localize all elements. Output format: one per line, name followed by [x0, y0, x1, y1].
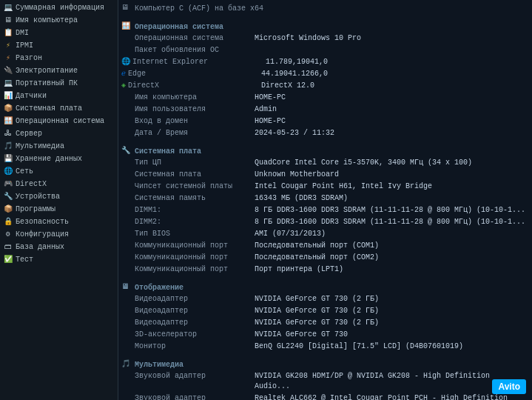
label-dimm2: DIMM2: [121, 217, 255, 227]
row-dimm1: DIMM1: 8 ГБ DDR3-1600 DDR3 SDRAM (11-11-… [121, 204, 529, 216]
sidebar-item-dmi[interactable]: 📋 DMI [0, 27, 118, 39]
value-lpt1: Порт принтера (LPT1) [255, 264, 529, 275]
row-username: Имя пользователя Admin [121, 104, 529, 116]
value-3d: NVIDIA GeForce GT 730 [255, 330, 529, 340]
security-icon: 🔒 [3, 217, 13, 227]
value-chipset: Intel Cougar Point H61, Intel Ivy Bridge [255, 181, 529, 192]
label-ie: Internet Explorer [132, 57, 266, 67]
label-directx-row: DirectX [128, 81, 261, 91]
server-icon: 🖧 [3, 129, 13, 139]
computer-icon: 🖥 [3, 16, 13, 26]
content-area: 🖥 Компьютер C (ACF) на базе x64 🪟 Операц… [118, 0, 532, 400]
sidebar-item-power[interactable]: 🔌 Электропитание [0, 64, 118, 77]
label-gpu3: Видеоадаптер [121, 318, 255, 328]
row-dimm2: DIMM2: 8 ГБ DDR3-1600 DDR3 SDRAM (11-11-… [121, 216, 529, 228]
sidebar-item-overclock[interactable]: ⚡ Разгон [0, 52, 118, 64]
sidebar-label-ipmi: IPMI [16, 40, 33, 51]
row-ram: Системная память 16343 МБ (DDR3 SDRAM) [121, 193, 529, 204]
value-computer-name-row: HOME-PC [255, 93, 529, 103]
label-service-pack: Пакет обновления ОС [121, 45, 255, 56]
sidebar-label-security: Безопасность [16, 216, 69, 227]
sidebar-item-sensors[interactable]: 📊 Датчики [0, 90, 118, 102]
sidebar-label-os: Операционная система [16, 116, 104, 127]
sidebar-item-test[interactable]: ✅ Тест [0, 253, 118, 266]
label-com1: Коммуникационный порт [121, 241, 255, 251]
sidebar-label-test: Тест [16, 254, 33, 265]
sidebar-item-server[interactable]: 🖧 Сервер [0, 127, 118, 140]
sidebar-item-network[interactable]: 🌐 Сеть [0, 165, 118, 178]
section-multimedia-title: Мультимедиа [135, 361, 183, 369]
sidebar[interactable]: 💻 Суммарная информация 🖥 Имя компьютера … [0, 0, 118, 400]
sidebar-label-database: База данных [16, 241, 64, 253]
label-audio1: Звуковой адаптер [121, 371, 255, 381]
value-mb: Unknown Motherboard [255, 170, 529, 180]
sidebar-item-laptop[interactable]: 💻 Портативный ПК [0, 77, 118, 90]
label-bios: Тип BIOS [121, 229, 255, 239]
sidebar-item-devices[interactable]: 🔧 Устройства [0, 190, 118, 203]
multimedia-icon: 🎵 [3, 141, 13, 152]
value-gpu2: NVIDIA GeForce GT 730 (2 ГБ) [255, 306, 529, 316]
sidebar-label-sensors: Датчики [16, 90, 47, 101]
sidebar-label-storage: Хранение данных [16, 153, 82, 164]
sidebar-item-ipmi[interactable]: ⚡ IPMI [0, 39, 118, 52]
power-icon: 🔌 [3, 66, 13, 76]
sidebar-item-security[interactable]: 🔒 Безопасность [0, 216, 118, 228]
value-bios: AMI (07/31/2013) [255, 229, 529, 239]
row-gpu2: Видеоадаптер NVIDIA GeForce GT 730 (2 ГБ… [121, 305, 529, 317]
label-3d: 3D-акселератор [121, 330, 255, 340]
row-bios: Тип BIOS AMI (07/31/2013) [121, 228, 529, 240]
section-os-title: Операционная система [135, 23, 223, 31]
label-audio2: Звуковой адаптер [121, 393, 255, 400]
row-gpu1: Видеоадаптер NVIDIA GeForce GT 730 (2 ГБ… [121, 293, 529, 305]
sidebar-label-programs: Программы [16, 204, 55, 215]
sensors-icon: 📊 [3, 91, 13, 101]
sidebar-item-config[interactable]: ⚙ Конфигурация [0, 228, 118, 241]
value-edge: 44.19041.1266,0 [261, 69, 529, 79]
section-motherboard: 🔧 Системная плата [121, 144, 529, 157]
label-cpu-type: Тип ЦП [121, 158, 255, 168]
label-datetime: Дата / Время [121, 128, 255, 139]
sidebar-label-config: Конфигурация [16, 229, 69, 240]
section-display: 🖥 Отображение [121, 280, 529, 293]
label-edge: Edge [128, 69, 261, 79]
value-com2: Последовательный порт (COM2) [255, 253, 529, 263]
sidebar-label-directx: DirectX [16, 179, 47, 190]
network-icon: 🌐 [3, 167, 13, 177]
row-audio2: Звуковой адаптер Realtek ALC662 @ Intel … [121, 393, 529, 400]
sidebar-item-multimedia[interactable]: 🎵 Мультимедиа [0, 140, 118, 153]
sidebar-label-multimedia: Мультимедиа [16, 141, 64, 152]
sidebar-label-server: Сервер [16, 128, 42, 139]
overclock-icon: ⚡ [3, 53, 13, 64]
directx-icon: 🎮 [3, 179, 13, 190]
label-monitor: Монитор [121, 341, 255, 352]
test-icon: ✅ [3, 255, 13, 265]
main-content: 💻 Суммарная информация 🖥 Имя компьютера … [0, 0, 532, 400]
row-com2: Коммуникационный порт Последовательный п… [121, 252, 529, 264]
label-gpu2: Видеоадаптер [121, 306, 255, 316]
sidebar-item-programs[interactable]: 📦 Программы [0, 203, 118, 216]
sidebar-label-motherboard: Системная плата [16, 103, 82, 114]
row-com1: Коммуникационный порт Последовательный п… [121, 240, 529, 252]
sidebar-item-directx[interactable]: 🎮 DirectX [0, 178, 118, 190]
database-icon: 🗃 [3, 242, 13, 253]
row-service-pack: Пакет обновления ОС [121, 44, 529, 56]
section-multimedia: 🎵 Мультимедиа [121, 357, 529, 370]
section-os-icon: 🪟 [121, 21, 132, 32]
label-computer-name-row: Имя компьютера [121, 93, 255, 103]
directx-row-icon: ◈ [121, 81, 126, 91]
row-3d: 3D-акселератор NVIDIA GeForce GT 730 [121, 329, 529, 341]
row-cpu-type: Тип ЦП QuadCore Intel Core i5-3570K, 340… [121, 157, 529, 169]
value-monitor: BenQ GL2240 [Digital] [71.5" LCD] (D4B07… [255, 341, 529, 352]
ie-icon: 🌐 [121, 57, 130, 67]
sidebar-item-motherboard[interactable]: 📦 Системная плата [0, 102, 118, 115]
row-monitor: Монитор BenQ GL2240 [Digital] [71.5" LCD… [121, 341, 529, 353]
row-chipset: Чипсет системной платы Intel Cougar Poin… [121, 181, 529, 193]
sidebar-item-database[interactable]: 🗃 База данных [0, 241, 118, 253]
row-audio1: Звуковой адаптер NVIDIA GK208 HDMI/DP @ … [121, 370, 529, 393]
sidebar-item-storage[interactable]: 💾 Хранение данных [0, 153, 118, 165]
motherboard-icon: 📦 [3, 104, 13, 114]
sidebar-item-os[interactable]: 🪟 Операционная система [0, 115, 118, 127]
sidebar-item-computer-name[interactable]: 🖥 Имя компьютера [0, 14, 118, 27]
label-username: Имя пользователя [121, 104, 255, 115]
sidebar-item-summary[interactable]: 💻 Суммарная информация [0, 1, 118, 14]
